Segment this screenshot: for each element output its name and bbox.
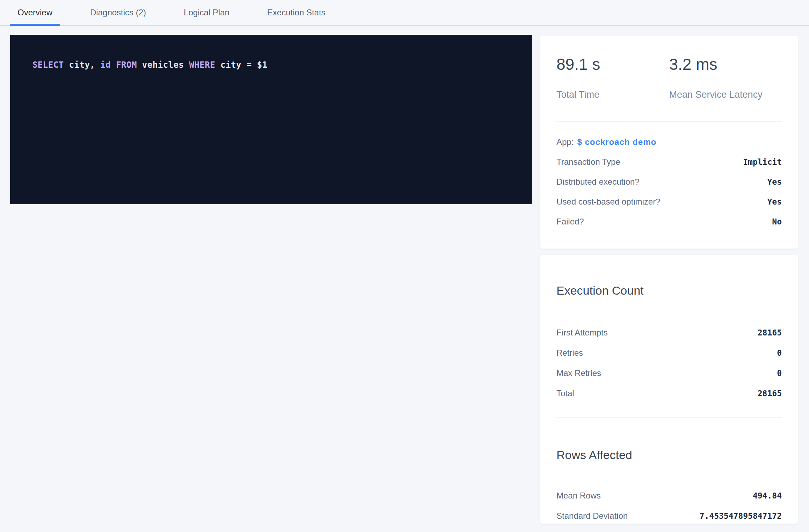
overview-rows: App: $ cockroach demo Transaction Type I… (556, 132, 782, 231)
tab-diagnostics[interactable]: Diagnostics (2) (82, 0, 154, 25)
first-attempts-label: First Attempts (556, 328, 608, 338)
distributed-execution-label: Distributed execution? (556, 177, 639, 187)
max-retries-label: Max Retries (556, 368, 601, 378)
first-attempts-row: First Attempts 28165 (556, 323, 782, 343)
failed-label: Failed? (556, 217, 584, 227)
tab-logical-plan[interactable]: Logical Plan (176, 0, 237, 25)
cost-based-optimizer-value: Yes (767, 197, 782, 206)
metrics-row: 89.1 s Total Time 3.2 ms Mean Service La… (556, 36, 782, 101)
sql-keyword: WHERE (189, 60, 215, 70)
cost-based-optimizer-label: Used cost-based optimizer? (556, 197, 660, 207)
failed-row: Failed? No (556, 212, 782, 231)
first-attempts-value: 28165 (758, 328, 782, 337)
total-row: Total 28165 (556, 383, 782, 404)
retries-row: Retries 0 (556, 343, 782, 363)
mean-rows-value: 494.84 (753, 491, 782, 500)
failed-value: No (772, 217, 782, 226)
sql-keyword: FROM (116, 60, 137, 70)
retries-label: Retries (556, 348, 583, 358)
sql-keyword: id (100, 60, 111, 70)
total-value: 28165 (758, 389, 782, 398)
sql-text (111, 60, 116, 70)
sql-text: city, (64, 60, 101, 70)
overview-summary-card: 89.1 s Total Time 3.2 ms Mean Service La… (540, 36, 798, 249)
details-column: 89.1 s Total Time 3.2 ms Mean Service La… (540, 36, 798, 524)
rows-affected-title: Rows Affected (556, 418, 782, 463)
app-link[interactable]: $ cockroach demo (577, 137, 656, 147)
transaction-type-label: Transaction Type (556, 157, 620, 167)
retries-value: 0 (777, 348, 782, 357)
mean-service-latency-value: 3.2 ms (669, 54, 782, 74)
sql-text: vehicles (137, 60, 189, 70)
mean-service-latency-label: Mean Service Latency (669, 89, 782, 101)
sql-text: city = $1 (215, 60, 268, 70)
standard-deviation-row: Standard Deviation 7.453547895847172 (556, 506, 782, 526)
total-label: Total (556, 389, 574, 398)
sql-statement-box: SELECT city, id FROM vehicles WHERE city… (10, 35, 532, 204)
transaction-type-value: Implicit (743, 157, 782, 167)
execution-count-rows: First Attempts 28165 Retries 0 Max Retri… (556, 323, 782, 404)
distributed-execution-value: Yes (767, 177, 782, 186)
distributed-execution-row: Distributed execution? Yes (556, 172, 782, 192)
max-retries-row: Max Retries 0 (556, 363, 782, 383)
execution-stats-card: Execution Count First Attempts 28165 Ret… (540, 255, 798, 524)
standard-deviation-label: Standard Deviation (556, 511, 628, 521)
max-retries-value: 0 (777, 369, 782, 378)
app-row: App: $ cockroach demo (556, 132, 782, 152)
mean-rows-label: Mean Rows (556, 491, 601, 501)
tab-execution-stats[interactable]: Execution Stats (260, 0, 333, 25)
rows-affected-rows: Mean Rows 494.84 Standard Deviation 7.45… (556, 486, 782, 526)
standard-deviation-value: 7.453547895847172 (700, 511, 782, 520)
sql-keyword: SELECT (32, 60, 64, 70)
metric-mean-service-latency: 3.2 ms Mean Service Latency (669, 54, 782, 101)
app-label: App: (556, 137, 574, 147)
cost-based-optimizer-row: Used cost-based optimizer? Yes (556, 192, 782, 212)
mean-rows-row: Mean Rows 494.84 (556, 486, 782, 506)
tab-overview[interactable]: Overview (10, 0, 60, 25)
total-time-value: 89.1 s (556, 54, 669, 74)
execution-count-title: Execution Count (556, 255, 782, 298)
metric-total-time: 89.1 s Total Time (556, 54, 669, 101)
card-divider (556, 121, 782, 122)
transaction-type-row: Transaction Type Implicit (556, 152, 782, 172)
total-time-label: Total Time (556, 89, 669, 101)
tab-bar: Overview Diagnostics (2) Logical Plan Ex… (0, 0, 809, 26)
